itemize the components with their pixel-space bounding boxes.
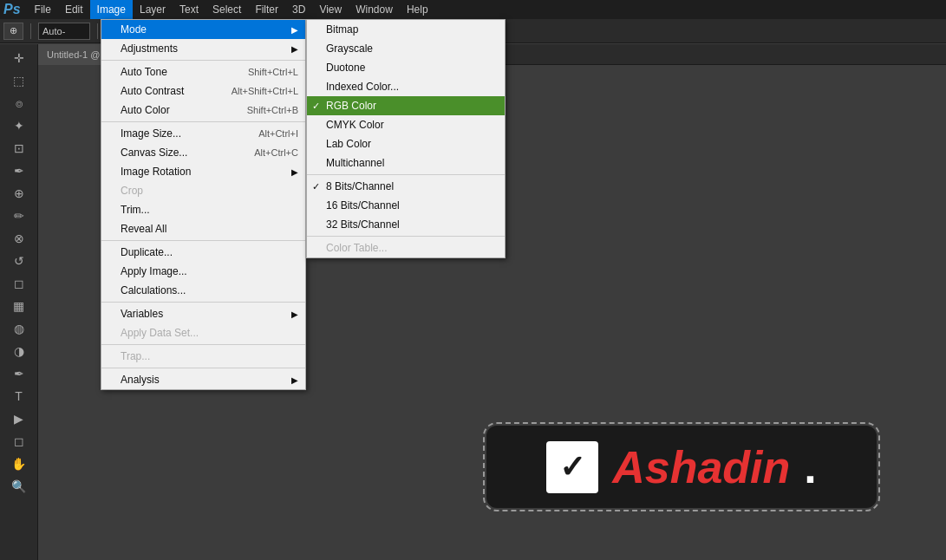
arrow-icon: ▶: [291, 44, 298, 54]
type-tool[interactable]: T: [9, 386, 29, 407]
separator: [307, 174, 505, 175]
crop-tool[interactable]: ⊡: [9, 138, 29, 159]
marquee-tool[interactable]: ⬚: [9, 70, 29, 91]
left-panel: ✛ ⬚ ⌾ ✦ ⊡ ✒ ⊕ ✏ ⊗ ↺ ◻ ▦ ◍ ◑ ✒ T ▶ ◻ ✋ 🔍: [0, 44, 38, 560]
menu-item-trap[interactable]: Trap...: [101, 347, 305, 366]
menu-item-auto-tone[interactable]: Auto Tone Shift+Ctrl+L: [101, 62, 305, 81]
brush-tool[interactable]: ✏: [9, 205, 29, 226]
mode-submenu-dropdown: Bitmap Grayscale Duotone Indexed Color..…: [306, 19, 506, 258]
mode-color-table[interactable]: Color Table...: [307, 238, 505, 257]
mode-rgb-color[interactable]: RGB Color: [307, 96, 505, 115]
menu-item-auto-contrast[interactable]: Auto Contrast Alt+Shift+Ctrl+L: [101, 81, 305, 101]
ps-logo: Ps: [3, 2, 21, 17]
checkmark-icon: ✓: [546, 441, 598, 493]
zoom-tool[interactable]: 🔍: [9, 476, 29, 497]
menu-item-duplicate[interactable]: Duplicate...: [101, 243, 305, 262]
clone-tool[interactable]: ⊗: [9, 228, 29, 249]
menu-item-reveal-all[interactable]: Reveal All: [101, 219, 305, 238]
mode-grayscale[interactable]: Grayscale: [307, 39, 505, 58]
mode-bitmap[interactable]: Bitmap: [307, 20, 505, 39]
separator: [307, 236, 505, 237]
mode-lab-color[interactable]: Lab Color: [307, 134, 505, 153]
menu-select[interactable]: Select: [206, 0, 248, 19]
arrow-icon: ▶: [291, 309, 298, 319]
pen-tool[interactable]: ✒: [9, 363, 29, 384]
menu-item-image-size[interactable]: Image Size... Alt+Ctrl+I: [101, 124, 305, 143]
healing-tool[interactable]: ⊕: [9, 183, 29, 204]
menu-item-analysis[interactable]: Analysis ▶: [101, 370, 305, 389]
eraser-tool[interactable]: ◻: [9, 273, 29, 294]
brand-dot: .: [804, 441, 816, 493]
menu-image[interactable]: Image: [90, 0, 133, 19]
arrow-icon: ▶: [291, 167, 298, 177]
separator: [101, 60, 305, 61]
mode-32bit[interactable]: 32 Bits/Channel: [307, 215, 505, 234]
path-selection-tool[interactable]: ▶: [9, 408, 29, 429]
menu-text[interactable]: Text: [173, 0, 206, 19]
move-tool-options[interactable]: ⊕: [3, 23, 23, 40]
shape-tool[interactable]: ◻: [9, 431, 29, 452]
dodge-tool[interactable]: ◑: [9, 341, 29, 361]
arrow-icon: ▶: [291, 25, 298, 35]
menu-filter[interactable]: Filter: [248, 0, 285, 19]
auto-input[interactable]: [38, 23, 90, 40]
separator: [101, 302, 305, 303]
menu-edit[interactable]: Edit: [58, 0, 90, 19]
menu-help[interactable]: Help: [400, 0, 435, 19]
separator: [101, 344, 305, 345]
hand-tool[interactable]: ✋: [9, 453, 29, 474]
mode-16bit[interactable]: 16 Bits/Channel: [307, 196, 505, 215]
menu-item-adjustments[interactable]: Adjustments ▶: [101, 39, 305, 58]
menu-item-apply-image[interactable]: Apply Image...: [101, 262, 305, 281]
menu-3d[interactable]: 3D: [285, 0, 312, 19]
separator: [101, 368, 305, 368]
eyedropper-tool[interactable]: ✒: [9, 160, 29, 181]
menu-item-trim[interactable]: Trim...: [101, 200, 305, 219]
mode-cmyk-color[interactable]: CMYK Color: [307, 115, 505, 134]
menu-item-mode[interactable]: Mode ▶: [101, 20, 305, 39]
menu-layer[interactable]: Layer: [133, 0, 173, 19]
tab-label: Untitled-1 @: [47, 49, 100, 60]
menu-bar: Ps File Edit Image Layer Text Select Fil…: [0, 0, 946, 19]
menu-window[interactable]: Window: [349, 0, 400, 19]
menu-item-auto-color[interactable]: Auto Color Shift+Ctrl+B: [101, 101, 305, 120]
lasso-tool[interactable]: ⌾: [9, 93, 29, 114]
logo-watermark: ✓ Ashadin .: [486, 426, 877, 508]
arrow-icon: ▶: [291, 375, 298, 385]
menu-item-variables[interactable]: Variables ▶: [101, 304, 305, 323]
menu-file[interactable]: File: [28, 0, 58, 19]
brand-name: Ashadin: [612, 441, 790, 493]
mode-indexed-color[interactable]: Indexed Color...: [307, 77, 505, 96]
history-tool[interactable]: ↺: [9, 251, 29, 271]
mode-8bit[interactable]: 8 Bits/Channel: [307, 177, 505, 196]
menu-item-apply-data-set[interactable]: Apply Data Set...: [101, 323, 305, 342]
separator: [30, 23, 31, 39]
mode-duotone[interactable]: Duotone: [307, 58, 505, 77]
move-tool[interactable]: ✛: [9, 48, 29, 68]
menu-item-calculations[interactable]: Calculations...: [101, 281, 305, 300]
quick-select-tool[interactable]: ✦: [9, 115, 29, 136]
blur-tool[interactable]: ◍: [9, 318, 29, 339]
mode-multichannel[interactable]: Multichannel: [307, 153, 505, 173]
menu-view[interactable]: View: [312, 0, 349, 19]
separator2: [97, 23, 98, 39]
separator: [101, 240, 305, 241]
image-menu-dropdown: Mode ▶ Adjustments ▶ Auto Tone Shift+Ctr…: [101, 19, 306, 390]
gradient-tool[interactable]: ▦: [9, 296, 29, 316]
menu-item-image-rotation[interactable]: Image Rotation ▶: [101, 162, 305, 181]
separator: [101, 121, 305, 122]
menu-item-crop[interactable]: Crop: [101, 181, 305, 200]
menu-item-canvas-size[interactable]: Canvas Size... Alt+Ctrl+C: [101, 143, 305, 162]
